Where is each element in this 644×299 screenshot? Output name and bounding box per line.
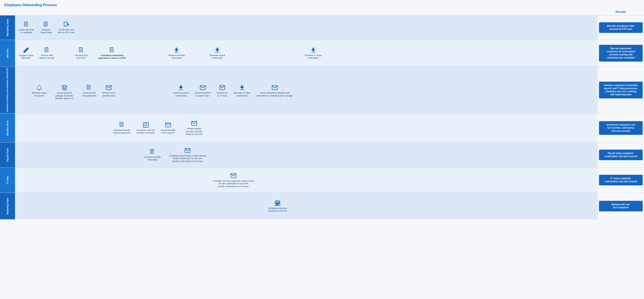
results-box-payroll: Payroll setup completed,confirmation sen…: [599, 150, 643, 160]
lane-label-payroll: Payroll Team: [0, 142, 15, 168]
swimlane-benefits: Benefits Team Receives benefitsoptions p…: [0, 114, 644, 142]
download-icon-etd2: [239, 84, 245, 91]
node-receives-info-etd: Receives infofrom ETD: [69, 46, 94, 60]
lane-content-newhire: Accepts & signsoffer letter → Returns of…: [15, 40, 598, 66]
node-label-email-docs-payroll: Email documentsto payroll team: [194, 92, 211, 97]
email-icon-etd2: [200, 84, 206, 91]
node-email-forms-it: Email formsto IT team: [215, 84, 229, 98]
node-label-etd-receives-it-conf: Receives IT setupconfirmation: [234, 92, 250, 97]
results-col-etd: Confirms completion of benefits,payroll,…: [598, 67, 644, 114]
node-email-docs-payroll: Email documentsto payroll team: [193, 84, 212, 98]
arrow-etd-5: →: [212, 84, 215, 86]
download-icon-nh3: [310, 47, 316, 53]
node-label-email-forms-benefits: Email forms tobenefits team: [102, 92, 116, 97]
email-icon-ben1: [165, 122, 171, 128]
lane-label-newhire: New hire: [0, 40, 15, 66]
results-header-label: Results: [598, 9, 644, 15]
node-label-etd-receives-payroll-conf: Receives payrollconfirmation: [174, 92, 189, 97]
node-label-returns-offer: Returns offerletter to recruiter: [40, 54, 55, 60]
email-icon-pay1: [184, 148, 190, 154]
node-payroll-receives-benefits-info: Receives benefitsinformation: [143, 148, 162, 162]
node-receives-benefits-info: Receives benefitsinformation: [167, 46, 186, 60]
arrow-nh-1: →: [35, 52, 38, 54]
download-icon-nh1: [174, 47, 180, 53]
lane-label-recruiting: Recruiting Team: [0, 16, 15, 40]
download-icon-nh2: [214, 47, 220, 53]
arrow-etd-6: →: [229, 84, 232, 86]
results-col-it: IT setup completed,confirmation sent and…: [598, 168, 644, 193]
arrow-etd-3: →: [98, 84, 101, 86]
node-label-receives-benefits-opts: Receives benefitsoptions paperwork: [114, 129, 130, 134]
node-emails-benefits-info-payroll: Emails benefitsinfo to payroll: [160, 121, 176, 135]
node-completes-benefits-enrollment: Completes new hirebenefits enrollment: [135, 121, 156, 135]
doc-icon: [24, 22, 30, 28]
arrow-etd-1: →: [48, 84, 51, 86]
node-etd-receives-payroll-conf: Receives payrollconfirmation: [172, 84, 190, 98]
node-label-sends-docs-etd: Sends letter anddocs to ETD Team: [58, 28, 75, 34]
lane-content-marketing: Schedules Welcomemeeting for new hire: [15, 193, 598, 219]
doc-icon-nh: [44, 47, 50, 53]
page-title: Employee Onboarding Process: [0, 0, 644, 9]
node-email-onboarding-schedule: Email onboarding schedule andinformation…: [255, 84, 294, 98]
arrow-etd-7: →: [252, 84, 255, 86]
results-box-etd: Confirms completion of benefits,payroll,…: [599, 82, 643, 98]
download-icon-etd1: [178, 84, 184, 91]
doc-icon-ben1: [119, 122, 125, 128]
arrow-ben-3: →: [176, 127, 180, 129]
node-sends-offer-letter: Sends offer letterto candidate: [17, 20, 36, 35]
doc-icon-etd1: [86, 84, 92, 91]
arrow-ben-1: →: [132, 127, 135, 129]
arrow-etd-2: →: [78, 84, 81, 86]
node-returns-offer-letter: Returns offerletter to recruiter: [38, 46, 56, 60]
node-label-completes-onboarding: Completes onboardingpaperwork & returns …: [98, 54, 126, 60]
swimlane-etd: Employee Training & Development Team (ET…: [0, 66, 644, 114]
email-icon-etd4: [272, 84, 278, 91]
list-icon-ben1: [143, 122, 149, 128]
node-label-receives-it-conf: Receives IT setupconfirmation: [305, 54, 322, 60]
node-receives-benefits-opts: Receives benefitsoptions paperwork: [112, 121, 132, 135]
arrow-nh-2: →: [94, 52, 97, 54]
pencil-icon: [23, 47, 29, 53]
node-label-payroll-receives-benefits-info: Receives benefitsinformation: [144, 156, 161, 161]
node-label-receives-info-etd: Receives infofrom ETD: [75, 54, 88, 60]
node-sends-welcome-pkg: Sends welcomepackage (schedule,benefits,…: [51, 84, 78, 100]
email-icon-it1: [230, 172, 236, 179]
doc-icon-nh2: [78, 47, 84, 53]
node-label-sends-welcome-pkg: Sends welcomepackage (schedule,benefits,…: [55, 92, 74, 100]
swimlane-marketing: Marketing Team Schedules Welcomemeeting …: [0, 193, 644, 219]
swimlane-it: IT Team Complete new hire equipment setu…: [0, 168, 644, 193]
email-icon-etd1: [106, 84, 112, 91]
node-schedules-welcome-meeting: Schedules Welcomemeeting for new hire: [260, 199, 295, 214]
node-sends-docs-etd: Sends letter anddocs to ETD Team: [56, 20, 76, 35]
node-it-setup: Complete new hire equipment setup proces…: [211, 172, 256, 189]
results-col-payroll: Payroll setup completed,confirmation sen…: [598, 142, 644, 168]
swimlane-payroll: Payroll Team Receives benefitsinformatio…: [0, 142, 644, 168]
lane-content-payroll: Receives benefitsinformation → Completes…: [15, 142, 598, 168]
lane-label-benefits: Benefits Team: [0, 114, 15, 142]
cube-icon: [61, 84, 68, 91]
results-header-row: Results: [0, 9, 644, 15]
node-receives-notice: Receives noticeof new hire: [30, 84, 48, 98]
node-label-accepts-signs: Accepts & signsoffer letter: [18, 54, 34, 60]
results-box-benefits: Enrollment completed, newhire benefits c…: [599, 121, 643, 135]
doc-icon-2: [43, 22, 49, 28]
node-completes-payroll-setup: Completes payroll setup & direct deposit…: [166, 146, 210, 164]
lane-label-marketing: Marketing Team: [0, 193, 15, 219]
arrow-etd-4: →: [190, 84, 193, 86]
node-label-email-forms-it: Email formsto IT team: [217, 92, 228, 97]
doc-icon-pay1: [149, 149, 156, 155]
arrow-1: →: [36, 26, 39, 29]
doc-icon-nh3: [109, 47, 115, 53]
results-box-recruiting: New hire acceptance letterreceived by ET…: [599, 22, 643, 33]
lane-content-recruiting: Sends offer letterto candidate → Receive…: [15, 16, 598, 40]
calendar-icon: [274, 200, 281, 206]
doc-arrow-icon: [63, 22, 70, 28]
arrow-pay-1: →: [162, 154, 166, 156]
bell-icon: [36, 84, 42, 91]
results-col-newhire: New hire paperworkcompleted, all confirm…: [598, 40, 644, 66]
swimlane-recruiting: Recruiting Team Sends offer letterto can…: [0, 15, 644, 40]
node-receives-nh-paperwork: Receives newhire paperwork: [81, 84, 98, 98]
results-box-it: IT setup completed,confirmation sent and…: [599, 175, 643, 185]
arrow-ben-2: →: [156, 127, 160, 129]
node-label-receives-payroll-conf: Receives payrollconfirmation: [210, 54, 225, 60]
